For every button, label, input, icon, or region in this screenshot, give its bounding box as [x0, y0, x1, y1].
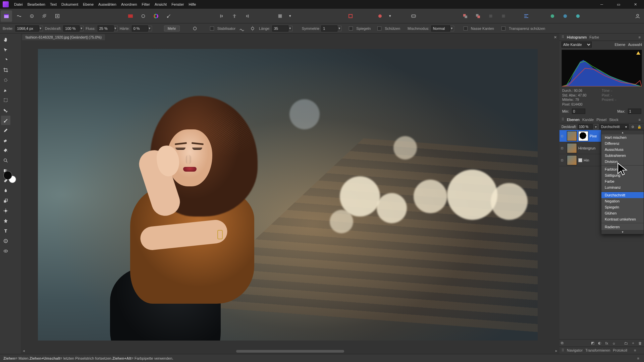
layer-check-icon[interactable] [578, 158, 582, 162]
smudge-tool-icon[interactable] [1, 186, 10, 195]
stabilizer-check[interactable] [210, 26, 214, 31]
fg-color-swatch[interactable] [3, 171, 12, 180]
layer-lock-icon[interactable]: 🔒 [637, 124, 642, 129]
marquee-tool-icon[interactable] [1, 96, 10, 105]
group-icon[interactable]: 🗀 [623, 341, 629, 346]
fill-tool-icon[interactable] [1, 146, 10, 155]
snap-dd-icon[interactable]: ▾ [387, 10, 393, 22]
alpha-check[interactable] [501, 26, 505, 31]
canvas[interactable] [21, 41, 555, 349]
window-minimize[interactable]: ─ [594, 0, 609, 9]
quickmask-icon[interactable] [274, 10, 286, 22]
cloud-open-icon[interactable] [559, 10, 571, 22]
live-filter-icon[interactable]: ⌾ [611, 341, 616, 346]
quickmask-dd-icon[interactable]: ▾ [287, 10, 293, 22]
blend-option[interactable]: Hart mischen [601, 134, 644, 140]
menu-view[interactable]: Ansicht [155, 2, 167, 6]
blend-option[interactable]: Division [601, 159, 644, 165]
symmetry-input[interactable] [321, 25, 337, 32]
blend-option[interactable]: Ausschluss [601, 146, 644, 153]
menu-window[interactable]: Fenster [171, 2, 184, 6]
layers-menu-icon[interactable]: ≡ [637, 118, 642, 122]
adjustment-add-icon[interactable]: ◐ [597, 341, 602, 346]
hist-selection-button[interactable]: Auswahl [628, 43, 642, 47]
eye-tool-icon[interactable] [1, 246, 10, 256]
blend-mode-dropdown[interactable]: ▴ Hart mischenDifferenzAusschlussSubtrah… [601, 130, 644, 234]
account-icon[interactable] [632, 10, 643, 22]
cloud-new-icon[interactable] [547, 10, 558, 22]
min-input[interactable] [572, 109, 585, 114]
menu-help[interactable]: Hilfe [189, 2, 196, 6]
blendmode-dd-icon[interactable]: ▾ [450, 26, 454, 31]
blend-option[interactable]: Subtrahieren [601, 153, 644, 159]
layer-blend-select[interactable]: Durchschnitt▾ [599, 124, 629, 129]
tab-histogram[interactable]: Histogramm [567, 35, 587, 39]
width-dd-icon[interactable]: ▾ [39, 26, 43, 31]
blend-option[interactable]: Farbton [601, 166, 644, 172]
tab-transform[interactable]: Transformieren [585, 348, 610, 353]
length-input[interactable] [272, 25, 288, 32]
blendmode-input[interactable] [431, 25, 450, 32]
arrange-dim2-icon[interactable] [498, 10, 509, 22]
channels-select[interactable]: Alle Kanäle [561, 42, 592, 48]
shape-tool-icon[interactable] [1, 216, 10, 226]
text-tool-icon[interactable] [1, 226, 10, 236]
blend-option[interactable]: Luminanz [601, 184, 644, 190]
persona-develop-icon[interactable] [26, 10, 38, 22]
cloud-save-icon[interactable] [572, 10, 584, 22]
hist-layer-button[interactable]: Ebene [615, 43, 626, 47]
horizontal-scrollbar[interactable]: ◂ ▸ [21, 349, 559, 354]
width-input[interactable] [15, 25, 39, 32]
layer-visibility-icon[interactable]: ⊡ [561, 134, 566, 138]
zoom-tool-icon[interactable] [1, 156, 10, 165]
autocolor-icon[interactable] [163, 10, 174, 22]
delete-layer-icon[interactable]: 🗑 [637, 341, 643, 346]
menu-select[interactable]: Auswählen [98, 2, 116, 6]
align-center-icon[interactable] [229, 10, 240, 22]
opacity-input[interactable] [63, 25, 79, 32]
persona-tone-icon[interactable] [39, 10, 50, 22]
window-mode-icon[interactable] [249, 25, 256, 32]
mirror-check[interactable] [349, 26, 353, 31]
blend-scroll-up-icon[interactable]: ▴ [601, 130, 644, 134]
blend-option[interactable]: Glühen [601, 210, 644, 216]
snap-toggle-icon[interactable] [374, 10, 386, 22]
menu-filter[interactable]: Filter [142, 2, 150, 6]
pressure-size-icon[interactable] [191, 25, 199, 32]
tab-stock[interactable]: Stock [609, 118, 619, 122]
document-tab[interactable]: fashion-6146328_1920.jpg [Geändert] (75.… [22, 34, 105, 40]
vertical-scrollbar[interactable] [555, 41, 559, 349]
tab-layers[interactable]: Ebenen [567, 118, 580, 122]
length-dd-icon[interactable]: ▾ [288, 26, 292, 31]
color-wheel-icon[interactable] [150, 10, 162, 22]
arrange-back-icon[interactable] [460, 10, 471, 22]
dodge-tool-icon[interactable] [1, 206, 10, 216]
mask-add-icon[interactable]: ◩ [590, 341, 595, 346]
arrange-dim1-icon[interactable] [485, 10, 496, 22]
persona-liquify-icon[interactable] [13, 10, 25, 22]
assistant-icon[interactable] [408, 10, 419, 22]
flow-input[interactable] [98, 25, 114, 32]
wet-check[interactable] [464, 26, 468, 31]
blend-option[interactable]: Negation [601, 198, 644, 204]
symmetry-dd-icon[interactable]: ▾ [337, 26, 341, 31]
histogram-menu-icon[interactable]: ≡ [637, 35, 642, 39]
blend-option[interactable]: Farbe [601, 178, 644, 184]
align-left-icon[interactable] [216, 10, 227, 22]
rope-mode-icon[interactable] [238, 25, 246, 32]
add-layer-icon[interactable]: ＋ [630, 341, 636, 346]
brush-tool-icon[interactable] [1, 116, 10, 125]
tab-color[interactable]: Farbe [589, 35, 599, 39]
fx-add-icon[interactable]: fx [604, 341, 609, 346]
more-button[interactable]: Mehr [164, 25, 180, 32]
blend-option[interactable]: Radieren [601, 224, 644, 230]
picker-icon[interactable] [138, 10, 149, 22]
persona-export-icon[interactable] [52, 10, 63, 22]
status-menu-icon[interactable]: ≡ [636, 356, 641, 360]
pencil-tool-icon[interactable] [1, 126, 10, 135]
layer-popup-icon[interactable]: ⧉ [561, 341, 564, 345]
hardness-dd-icon[interactable]: ▾ [148, 26, 152, 31]
blend-option[interactable]: Sättigung [601, 172, 644, 178]
max-input[interactable] [628, 109, 641, 114]
menu-text[interactable]: Text [50, 2, 57, 6]
